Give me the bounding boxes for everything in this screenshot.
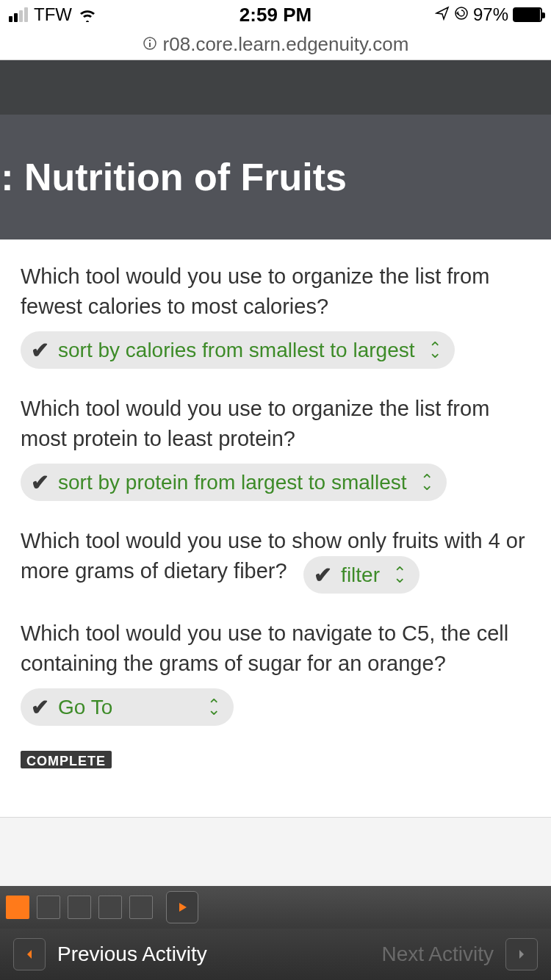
clock: 2:59 PM: [240, 4, 311, 26]
check-icon: ✔: [31, 694, 49, 720]
info-icon: [143, 33, 157, 56]
chevron-updown-icon: ⌃⌄: [420, 477, 433, 489]
previous-activity-button[interactable]: Previous Activity: [13, 938, 207, 970]
complete-badge: COMPLETE: [21, 751, 112, 768]
next-activity-button[interactable]: Next Activity: [382, 938, 538, 970]
svg-rect-3: [149, 40, 151, 41]
browser-url-bar[interactable]: r08.core.learn.edgenuity.com: [0, 29, 551, 60]
question-text: Which tool would you use to navigate to …: [21, 619, 536, 678]
carrier-label: TFW: [34, 4, 72, 25]
progress-step[interactable]: [98, 896, 122, 919]
answer-dropdown[interactable]: ✔ filter ⌃⌄: [303, 556, 419, 594]
battery-percent: 97%: [473, 4, 508, 25]
lesson-content: Which tool would you use to organize the…: [0, 239, 551, 860]
check-icon: ✔: [31, 337, 49, 363]
arrow-left-icon: [13, 938, 46, 970]
question-block: Which tool would you use to show only fr…: [21, 526, 536, 594]
answer-text: filter: [341, 563, 380, 587]
question-text: Which tool would you use to organize the…: [21, 262, 536, 321]
page-title-band: ios: Nutrition of Fruits: [0, 115, 551, 239]
progress-step[interactable]: [68, 896, 91, 919]
status-right: 97%: [435, 4, 542, 25]
signal-icon: [9, 7, 28, 22]
bottom-nav: Previous Activity Next Activity: [0, 817, 551, 980]
chevron-updown-icon: ⌃⌄: [428, 345, 442, 356]
answer-text: sort by calories from smallest to larges…: [58, 339, 415, 362]
answer-dropdown[interactable]: ✔ sort by calories from smallest to larg…: [21, 331, 455, 369]
chevron-updown-icon: ⌃⌄: [393, 569, 406, 581]
app-header-bar: [0, 60, 551, 115]
answer-text: sort by protein from largest to smallest: [58, 471, 407, 494]
answer-dropdown[interactable]: ✔ sort by protein from largest to smalle…: [21, 464, 447, 501]
status-left: TFW: [9, 4, 97, 25]
progress-row: [0, 886, 551, 929]
wifi-icon: [78, 7, 97, 22]
question-text: Which tool would you use to show only fr…: [21, 529, 525, 583]
progress-step[interactable]: [129, 896, 153, 919]
arrow-right-icon: [505, 938, 538, 970]
chevron-updown-icon: ⌃⌄: [207, 702, 220, 713]
content-gap: [0, 817, 551, 886]
answer-text: Go To: [58, 696, 112, 719]
location-icon: [435, 4, 450, 25]
check-icon: ✔: [31, 469, 49, 495]
next-activity-label: Next Activity: [382, 943, 494, 966]
battery-icon: [513, 7, 542, 22]
activity-nav-row: Previous Activity Next Activity: [0, 929, 551, 980]
question-block: Which tool would you use to organize the…: [21, 262, 536, 369]
svg-rect-2: [149, 43, 151, 47]
progress-step-current[interactable]: [6, 896, 29, 919]
play-button[interactable]: [166, 891, 198, 923]
question-block: Which tool would you use to navigate to …: [21, 619, 536, 726]
previous-activity-label: Previous Activity: [57, 943, 207, 966]
question-block: Which tool would you use to organize the…: [21, 394, 536, 501]
progress-step[interactable]: [37, 896, 60, 919]
page-title: ios: Nutrition of Fruits: [0, 154, 347, 200]
check-icon: ✔: [314, 562, 332, 588]
answer-dropdown[interactable]: ✔ Go To ⌃⌄: [21, 688, 234, 726]
url-text: r08.core.learn.edgenuity.com: [163, 33, 409, 56]
status-bar: TFW 2:59 PM 97%: [0, 0, 551, 29]
question-text: Which tool would you use to organize the…: [21, 394, 536, 453]
rotation-lock-icon: [454, 4, 469, 25]
